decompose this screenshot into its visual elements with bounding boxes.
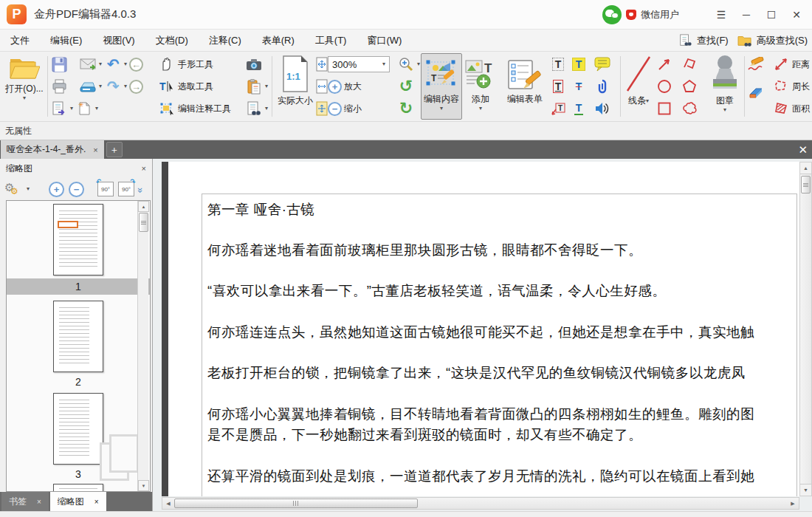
new-document-icon[interactable]: ✳: [75, 100, 93, 117]
rotate-left-90-icon[interactable]: ↶90°: [97, 182, 114, 196]
thumbnail-zoom-in-icon[interactable]: +: [49, 182, 64, 197]
sidebar-tab-thumbnails[interactable]: 缩略图 ×: [50, 492, 106, 511]
attachment-link-icon[interactable]: [593, 78, 611, 95]
sticky-note-icon[interactable]: [593, 55, 611, 73]
document-tab-close-icon[interactable]: ×: [93, 145, 97, 154]
perimeter-tool-button[interactable]: 周长: [772, 75, 812, 97]
zoom-out-button[interactable]: − 缩小: [328, 97, 396, 120]
viewer-horizontal-scrollbar[interactable]: ◀ ▶: [162, 497, 799, 510]
edit-form-button[interactable]: 编辑表单: [502, 53, 548, 120]
scanner-icon[interactable]: [79, 78, 97, 95]
thumbnail-zoom-out-icon[interactable]: −: [69, 182, 84, 197]
window-menu-button[interactable]: ☰: [709, 0, 734, 30]
polygon-tool-icon[interactable]: [681, 78, 698, 95]
maximize-button[interactable]: ☐: [759, 0, 784, 30]
viewer-vertical-scroll-thumb[interactable]: [801, 176, 811, 194]
next-view-icon[interactable]: →: [129, 80, 143, 94]
strikethrough-text-icon[interactable]: T: [570, 78, 588, 95]
sidebar-tab-bookmarks[interactable]: 书签 ×: [1, 492, 49, 511]
find-button[interactable]: 查找(F): [676, 32, 729, 49]
thumbnail-scroll-thumb[interactable]: [139, 213, 148, 232]
thumbnail-scrollbar[interactable]: ▲ ▼: [137, 201, 148, 491]
viewer-scroll-left-icon[interactable]: ◀: [162, 498, 174, 509]
menu-tools[interactable]: 工具(T): [305, 30, 357, 52]
rotate-right-90-icon[interactable]: ↶90°: [118, 182, 134, 196]
viewer-horizontal-scroll-thumb[interactable]: [174, 499, 418, 508]
export-caret-icon: [70, 106, 73, 112]
previous-view-icon[interactable]: ←: [129, 58, 143, 72]
pdf-page[interactable]: 第一章 哑舍·古镜 何亦瑶着迷地看着面前玻璃柜里那块圆形古镜，眼睛都不舍得眨一下…: [168, 162, 799, 496]
redo-icon[interactable]: ↷: [104, 78, 122, 95]
add-button[interactable]: T 添加: [462, 53, 499, 120]
menu-window[interactable]: 窗口(W): [357, 30, 412, 52]
text-field-icon[interactable]: T: [549, 78, 567, 95]
rotate-right-icon[interactable]: ↻: [397, 100, 415, 117]
rectangle-tool-icon[interactable]: [656, 100, 673, 117]
collapse-chevron-icon[interactable]: »: [135, 187, 146, 191]
document-viewer[interactable]: 第一章 哑舍·古镜 何亦瑶着迷地看着面前玻璃柜里那块圆形古镜，眼睛都不舍得眨一下…: [153, 159, 812, 511]
open-button[interactable]: 打开(O)...: [3, 53, 46, 120]
edit-annotation-tool-button[interactable]: 编辑注释工具: [158, 97, 244, 120]
sound-icon[interactable]: [593, 100, 611, 117]
zoom-level-value: 300%: [332, 59, 357, 70]
viewer-scroll-right-icon[interactable]: ▶: [787, 498, 799, 509]
print-icon[interactable]: [50, 78, 68, 95]
panel-close-icon[interactable]: ×: [142, 164, 146, 173]
wechat-icon[interactable]: [602, 5, 622, 24]
new-tab-button[interactable]: ＋: [106, 142, 123, 157]
thumbnail-scroll-up-icon[interactable]: ▲: [138, 201, 149, 212]
zoom-level-select[interactable]: 300%: [328, 56, 390, 72]
thumbnails-tab-close-icon[interactable]: ×: [94, 498, 99, 506]
search-document-icon[interactable]: [245, 100, 263, 117]
rotate-left-icon[interactable]: ↺: [397, 78, 415, 95]
select-tool-button[interactable]: T 选取工具: [158, 75, 244, 97]
thumbnail-page-2[interactable]: 2: [7, 301, 150, 390]
advanced-find-button[interactable]: 高级查找(S): [736, 32, 808, 49]
close-button[interactable]: ✕: [784, 0, 809, 30]
viewer-scroll-down-icon[interactable]: ▼: [800, 484, 811, 496]
cloud-tool-icon[interactable]: [681, 100, 698, 117]
menu-document[interactable]: 文档(D): [145, 30, 199, 52]
circle-tool-icon[interactable]: [656, 78, 673, 95]
document-tab[interactable]: 哑舍全本-1-4-_番外. ×: [1, 140, 104, 159]
close-document-icon[interactable]: ✕: [798, 143, 808, 157]
area-tool-button[interactable]: 面积: [772, 97, 812, 120]
thumbnail-scroll-down-icon[interactable]: ▼: [138, 480, 149, 491]
arrow-tool-icon[interactable]: [656, 55, 673, 73]
bookmarks-tab-close-icon[interactable]: ×: [37, 498, 41, 506]
thumbnail-page-4[interactable]: [7, 484, 150, 492]
underline-text-icon[interactable]: T: [570, 100, 588, 117]
viewer-vertical-scrollbar[interactable]: ▲ ▼: [799, 162, 812, 496]
thumbnail-options-icon[interactable]: ⚙⚙: [4, 181, 22, 197]
menu-view[interactable]: 视图(V): [92, 30, 145, 52]
thumbnail-page-1[interactable]: 1: [7, 204, 150, 295]
actual-size-button[interactable]: 1:1 实际大小: [275, 53, 316, 120]
minimize-button[interactable]: ─: [734, 0, 759, 30]
menu-form[interactable]: 表单(R): [252, 30, 305, 52]
highlight-text-icon[interactable]: T: [570, 55, 588, 73]
export-document-icon[interactable]: [50, 100, 68, 117]
marquee-zoom-icon[interactable]: [397, 55, 415, 73]
undo-icon[interactable]: ↶: [104, 55, 122, 73]
edit-content-button[interactable]: T 编辑内容: [421, 53, 462, 120]
text-block-outline[interactable]: 第一章 哑舍·古镜 何亦瑶着迷地看着面前玻璃柜里那块圆形古镜，眼睛都不舍得眨一下…: [202, 194, 797, 496]
menu-edit[interactable]: 编辑(E): [40, 30, 92, 52]
stamp-button[interactable]: 图章: [707, 53, 743, 120]
typewriter-text-icon[interactable]: T: [549, 55, 567, 73]
paste-icon[interactable]: [245, 78, 263, 95]
snapshot-camera-icon[interactable]: [245, 55, 263, 73]
pencil-annotation-icon[interactable]: [747, 55, 765, 73]
callout-text-icon[interactable]: T: [549, 100, 567, 117]
hand-tool-button[interactable]: 手形工具: [158, 53, 244, 75]
wechat-user-label[interactable]: 微信用户: [641, 8, 679, 21]
eraser-icon[interactable]: [747, 83, 765, 101]
email-icon[interactable]: [79, 55, 97, 73]
polyline-tool-icon[interactable]: [681, 55, 698, 73]
line-tool-button[interactable]: 线条: [623, 53, 654, 120]
zoom-in-button[interactable]: + 放大: [328, 75, 396, 97]
viewer-scroll-up-icon[interactable]: ▲: [800, 162, 811, 174]
menu-annotation[interactable]: 注释(C): [199, 30, 252, 52]
save-icon[interactable]: [50, 55, 68, 73]
distance-tool-button[interactable]: 距离: [772, 53, 812, 75]
menu-file[interactable]: 文件: [0, 30, 40, 52]
